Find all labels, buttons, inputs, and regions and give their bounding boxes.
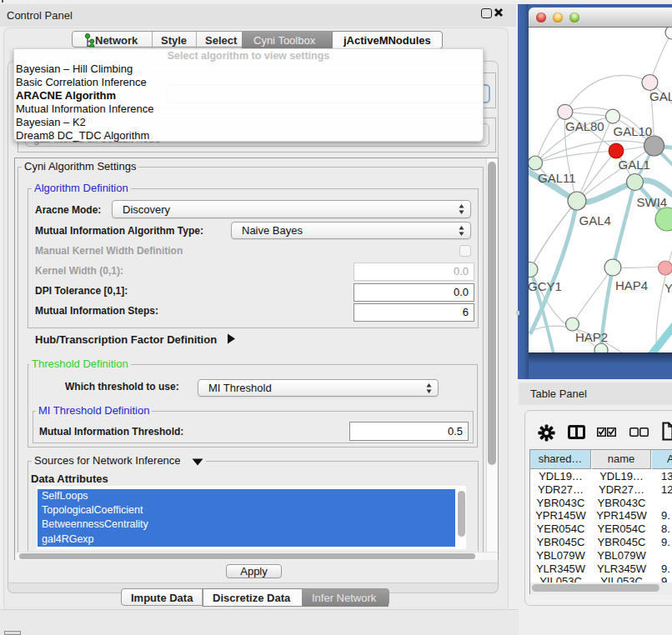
svg-text:GAL10: GAL10 bbox=[614, 124, 653, 138]
svg-text:GAL11: GAL11 bbox=[538, 171, 576, 185]
svg-text:GCY1: GCY1 bbox=[529, 279, 562, 293]
svg-text:Y: Y bbox=[664, 281, 672, 295]
svg-text:HAP4: HAP4 bbox=[615, 278, 648, 292]
svg-text:SWI4: SWI4 bbox=[637, 195, 668, 209]
svg-text:GAL4: GAL4 bbox=[579, 213, 611, 228]
svg-text:GAL7: GAL7 bbox=[649, 89, 672, 103]
svg-text:GAL1: GAL1 bbox=[619, 158, 650, 172]
svg-text:GAL80: GAL80 bbox=[565, 119, 604, 133]
svg-text:HAP2: HAP2 bbox=[575, 330, 608, 344]
